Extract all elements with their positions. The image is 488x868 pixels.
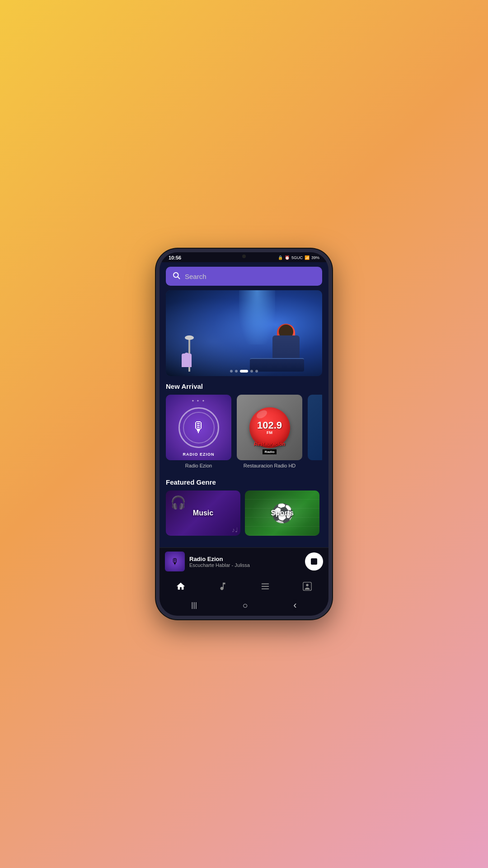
hero-scene [166, 290, 322, 376]
svg-point-6 [306, 584, 309, 587]
battery-icon: 📶 [305, 255, 310, 260]
genre-cards-row: 🎧 ♪♩ Music ⚽ Sports [166, 491, 322, 538]
status-icons: 🔒 ⏰ 5GUC 📶 39% [278, 255, 319, 260]
now-playing-info: Radio Ezion Escucharte Hablar - Julissa [189, 556, 300, 568]
nav-item-playlist[interactable] [253, 580, 277, 593]
now-playing-station: Radio Ezion [189, 556, 300, 562]
banner-dots [230, 370, 258, 373]
station-card-restauracion[interactable]: 102.9 FM Restauracion Radio Restauracion… [237, 395, 302, 468]
station-card-partial [308, 395, 322, 460]
genre-card-music[interactable]: 🎧 ♪♩ Music [166, 491, 240, 536]
stop-icon [311, 558, 317, 565]
music-genre-label: Music [193, 509, 213, 517]
now-playing-mic-icon: 🎙 [171, 557, 179, 566]
restauracion-thumb: 102.9 FM Restauracion Radio [237, 395, 302, 460]
ezion-mic-outer: 🎙 [178, 407, 219, 448]
banner-dot-2[interactable] [235, 370, 238, 373]
svg-rect-2 [262, 584, 269, 585]
restauracion-sub: Radio [263, 449, 276, 454]
banner-dot-1[interactable] [230, 370, 233, 373]
bottom-nav [160, 575, 328, 596]
featured-genre-title: Featured Genre [166, 478, 322, 486]
banner-dot-5[interactable] [255, 370, 258, 373]
restauracion-text: Restauracion Radio [237, 441, 302, 455]
restauracion-brand: Restauracion [237, 441, 302, 447]
search-placeholder[interactable]: Search [185, 273, 206, 280]
svg-rect-4 [262, 589, 269, 590]
battery-text: 39% [311, 255, 319, 260]
now-playing-bar[interactable]: 🎙 Radio Ezion Escucharte Hablar - Juliss… [160, 547, 328, 575]
music-notes-icon: ♪♩ [232, 526, 238, 533]
frequency-text: 102.9 [257, 420, 282, 430]
app-content: Search [160, 262, 328, 547]
ezion-top-text: ✦ ✦ ✦ [166, 399, 231, 403]
singer-figure [179, 331, 202, 367]
microphone-icon: 🎙 [192, 419, 206, 436]
new-arrival-section: New Arrival ✦ ✦ ✦ 🎙 RADIO EZION Radio Ez… [160, 376, 328, 472]
headphones-icon: 🎧 [170, 495, 186, 510]
fm-label: FM [267, 430, 272, 435]
lock-icon: 🔒 [278, 255, 283, 260]
phone-device: 10:56 🔒 ⏰ 5GUC 📶 39% Search [156, 249, 332, 619]
svg-rect-3 [262, 586, 269, 587]
signal-text: 5GUC [291, 255, 303, 260]
banner-dot-4[interactable] [250, 370, 253, 373]
now-playing-track: Escucharte Hablar - Julissa [189, 562, 300, 568]
camera-lens [242, 255, 246, 258]
hero-banner [166, 290, 322, 376]
dj-figure [250, 313, 304, 372]
now-playing-thumbnail: 🎙 [165, 552, 185, 571]
search-icon [172, 271, 180, 281]
alarm-icon: ⏰ [285, 255, 290, 260]
radio-ezion-name: Radio Ezion [185, 463, 212, 468]
home-button[interactable]: ○ [243, 600, 248, 611]
recent-apps-button[interactable]: ||| [191, 601, 197, 609]
featured-genre-section: Featured Genre 🎧 ♪♩ Music ⚽ Sports [160, 472, 328, 539]
back-button[interactable]: ‹ [293, 599, 296, 611]
camera-notch [230, 252, 258, 260]
status-time: 10:56 [169, 255, 181, 260]
banner-dot-3[interactable] [240, 370, 248, 373]
new-arrival-title: New Arrival [166, 382, 322, 390]
sports-genre-label: Sports [271, 509, 294, 517]
restauracion-name: Restauracion Radio HD [244, 463, 296, 468]
nav-item-profile[interactable] [295, 580, 319, 593]
stop-button[interactable] [305, 552, 323, 571]
radio-ezion-thumb: ✦ ✦ ✦ 🎙 RADIO EZION [166, 395, 231, 460]
ezion-brand-label: RADIO EZION [166, 452, 231, 457]
station-card-radio-ezion[interactable]: ✦ ✦ ✦ 🎙 RADIO EZION Radio Ezion [166, 395, 231, 468]
nav-item-music[interactable] [211, 580, 235, 593]
genre-card-sports[interactable]: ⚽ Sports [245, 491, 319, 536]
station-cards-row: ✦ ✦ ✦ 🎙 RADIO EZION Radio Ezion [166, 395, 322, 470]
nav-item-home[interactable] [169, 580, 193, 593]
search-bar[interactable]: Search [166, 267, 322, 286]
ezion-mic-inner: 🎙 [183, 412, 215, 443]
system-nav: ||| ○ ‹ [160, 596, 328, 616]
svg-line-1 [178, 277, 179, 278]
dj-equipment [250, 358, 304, 372]
